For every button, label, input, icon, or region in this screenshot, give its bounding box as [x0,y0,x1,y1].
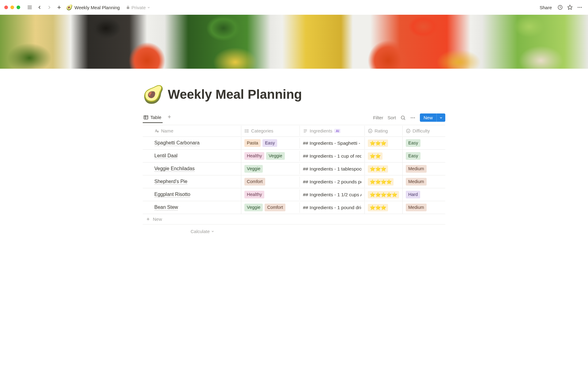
new-button-label: New [420,113,436,122]
difficulty-tag: Easy [406,139,420,147]
sort-button[interactable]: Sort [387,115,396,120]
tab-table[interactable]: Table [143,115,163,123]
svg-point-19 [414,117,415,118]
calculate-button[interactable]: Calculate [190,229,214,234]
row-title: Veggie Enchiladas [154,166,195,172]
search-button[interactable] [400,115,406,121]
cell-ingredients[interactable]: ## Ingredients - 2 pounds pot [300,177,364,187]
rating-badge: ⭐⭐⭐ [368,140,388,147]
new-tab-icon[interactable] [55,3,63,11]
add-view-button[interactable] [167,114,172,123]
cell-rating[interactable]: ⭐⭐⭐⭐⭐ [364,189,402,201]
category-tag: Veggie [244,165,263,172]
new-button-dropdown[interactable] [436,113,445,122]
table-row[interactable]: Shepherd's PieComfort## Ingredients - 2 … [143,175,445,188]
dots-icon [410,115,416,121]
cell-rating[interactable]: ⭐⭐⭐ [364,163,402,175]
breadcrumb-title: Weekly Meal Planning [74,5,120,10]
cell-ingredients[interactable]: ## Ingredients - 1 tablespoon [300,164,364,174]
cell-ingredients[interactable]: ## Ingredients - Spaghetti - P [300,138,364,148]
cell-name[interactable]: Spaghetti Carbonara [143,138,241,148]
privacy-indicator[interactable]: Private [126,5,150,10]
svg-point-24 [245,131,245,131]
table-row[interactable]: Bean StewVeggieComfort## Ingredients - 1… [143,201,445,214]
updates-icon[interactable] [556,3,564,11]
cell-ingredients[interactable]: ## Ingredients - 1 pound drie [300,202,364,213]
row-title: Spaghetti Carbonara [154,140,200,146]
table-row[interactable]: Veggie EnchiladasVeggie## Ingredients - … [143,163,445,175]
category-tag: Healthy [244,191,264,198]
view-bar: Table Filter Sort New [143,112,445,125]
svg-point-18 [412,117,413,118]
cell-categories[interactable]: Veggie [241,163,300,175]
category-tag: Veggie [244,204,263,211]
column-header-name[interactable]: Name [143,126,241,136]
new-button[interactable]: New [420,113,445,122]
cell-categories[interactable]: Healthy [241,188,300,201]
cell-rating[interactable]: ⭐⭐⭐ [364,201,402,214]
cell-rating[interactable]: ⭐⭐⭐ [364,137,402,149]
page-header: 🥑 Weekly Meal Planning [143,69,445,107]
cell-categories[interactable]: Comfort [241,175,300,188]
difficulty-tag: Hard [406,191,420,198]
column-header-ingredients[interactable]: Ingredients AI [300,126,364,136]
more-icon[interactable] [576,3,584,11]
maximize-window-button[interactable] [17,6,20,9]
cell-name[interactable]: Veggie Enchiladas [143,163,241,174]
ingredients-text: ## Ingredients - 2 pounds pot [303,179,361,185]
row-title: Shepherd's Pie [154,179,187,185]
cell-name[interactable]: Bean Stew [143,202,241,213]
add-row-button[interactable]: New [143,214,445,224]
table-icon [143,115,149,120]
column-header-difficulty[interactable]: Difficulty [402,126,445,136]
cell-rating[interactable]: ⭐⭐ [364,150,402,162]
share-button[interactable]: Share [537,4,554,11]
minimize-window-button[interactable] [10,6,14,9]
cell-categories[interactable]: VeggieComfort [241,201,300,213]
page-emoji[interactable]: 🥑 [143,86,164,103]
window-controls [4,6,20,9]
cell-rating[interactable]: ⭐⭐⭐⭐ [364,176,402,188]
svg-marker-6 [568,5,572,10]
cell-categories[interactable]: HealthyVeggie [241,150,300,162]
cell-categories[interactable]: PastaEasy [241,137,300,149]
table-row[interactable]: Spaghetti CarbonaraPastaEasy## Ingredien… [143,137,445,150]
category-tag: Comfort [265,204,285,211]
page-cover[interactable] [0,15,588,69]
database-table: Name Categories Ingredients AI Rating Di… [143,125,445,238]
cell-ingredients[interactable]: ## Ingredients - 1 cup of red [300,151,364,161]
svg-point-29 [368,129,372,133]
table-row[interactable]: Lentil DaalHealthyVeggie## Ingredients -… [143,150,445,163]
row-title: Eggplant Risotto [154,192,190,197]
favorite-icon[interactable] [566,3,574,11]
chevron-down-icon [147,6,150,9]
cell-name[interactable]: Eggplant Risotto [143,189,241,200]
cell-difficulty[interactable]: Hard [402,188,445,201]
ingredients-text: ## Ingredients - 1 pound drie [303,205,361,210]
breadcrumb[interactable]: 🥑 Weekly Meal Planning [66,4,120,11]
column-header-categories[interactable]: Categories [241,126,300,136]
cell-difficulty[interactable]: Easy [402,137,445,149]
filter-button[interactable]: Filter [373,115,383,120]
cell-difficulty[interactable]: Medium [402,175,445,188]
chevron-down-icon [211,230,214,233]
cell-ingredients[interactable]: ## Ingredients - 1 1/2 cups A [300,190,364,200]
view-options-button[interactable] [410,115,416,121]
svg-point-30 [406,129,410,133]
close-window-button[interactable] [4,6,8,9]
column-header-rating[interactable]: Rating [364,126,402,136]
table-row[interactable]: Eggplant RisottoHealthy## Ingredients - … [143,188,445,201]
nav-back-icon[interactable] [36,3,43,11]
cell-name[interactable]: Lentil Daal [143,151,241,161]
svg-point-25 [245,132,245,132]
tab-table-label: Table [150,115,161,120]
difficulty-tag: Medium [406,204,427,211]
cell-difficulty[interactable]: Easy [402,150,445,162]
cell-name[interactable]: Shepherd's Pie [143,176,241,187]
nav-forward-icon[interactable] [45,3,53,11]
ingredients-text: ## Ingredients - 1 1/2 cups A [303,192,361,197]
page-title[interactable]: Weekly Meal Planning [168,87,302,102]
sidebar-toggle-icon[interactable] [26,3,34,11]
cell-difficulty[interactable]: Medium [402,201,445,213]
cell-difficulty[interactable]: Medium [402,163,445,175]
